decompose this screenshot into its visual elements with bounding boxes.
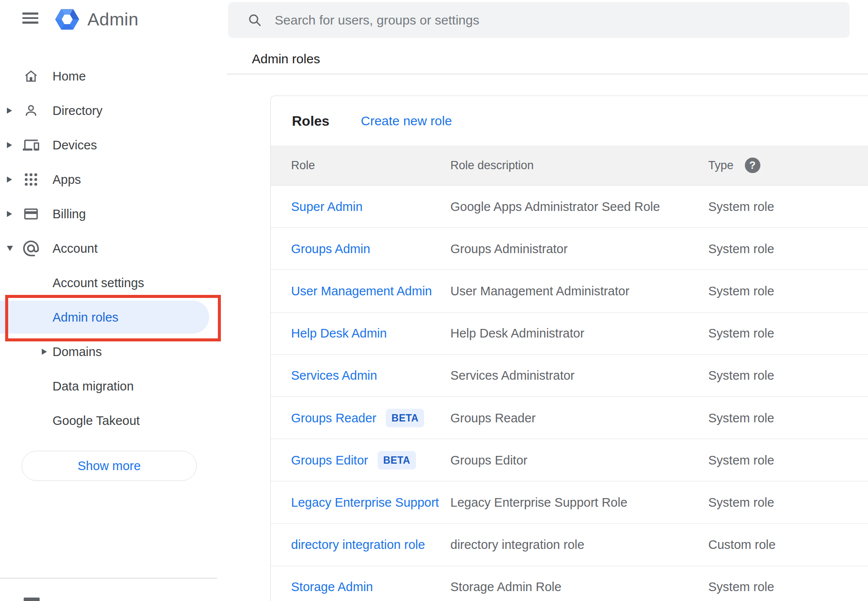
sidebar-item-account[interactable]: Account [0,231,227,266]
table-header: Role Role description Type ? [271,146,868,186]
sidebar-item-billing[interactable]: Billing [0,197,227,231]
credit-card-icon [22,204,40,223]
role-type: System role [708,284,774,298]
role-cell: Legacy Enterprise Support [291,495,439,509]
admin-hexagon-logo-icon [55,7,80,32]
search-input[interactable] [275,2,813,38]
hamburger-menu-icon[interactable] [22,12,39,24]
sidebar-item-home[interactable]: Home [0,59,227,93]
chevron-down-icon[interactable] [7,246,13,251]
sidebar-item-label: Data migration [53,379,134,393]
table-row: Groups EditorBETAGroups EditorSystem rol… [271,439,868,481]
role-description: Services Administrator [450,369,575,383]
column-header-type: Type [708,159,734,172]
role-description: Google Apps Administrator Seed Role [450,199,660,214]
role-cell: directory integration role [291,538,425,552]
role-description: Groups Administrator [450,242,567,256]
table-body: Super AdminGoogle Apps Administrator See… [271,186,868,601]
role-type: Custom role [708,538,775,552]
panel-title: Roles [292,113,329,129]
role-type: System role [708,242,774,256]
apps-grid-icon [22,170,40,189]
table-row: directory integration roledirectory inte… [271,524,868,566]
sidebar-nav: HomeDirectoryDevicesAppsBillingAccountAc… [0,59,227,438]
help-icon[interactable]: ? [745,158,760,173]
role-link[interactable]: User Management Admin [291,284,432,298]
partial-bottom-icon [24,598,40,601]
role-cell: Help Desk Admin [291,326,387,341]
role-cell: Services Admin [291,369,377,383]
role-link[interactable]: Legacy Enterprise Support [291,495,439,509]
sidebar-item-label: Devices [53,138,97,152]
role-link[interactable]: Groups Admin [291,242,370,256]
role-link[interactable]: Help Desk Admin [291,326,387,341]
chevron-right-icon[interactable] [7,142,12,148]
chevron-right-icon[interactable] [7,211,12,217]
column-header-type-group: Type ? [708,158,760,173]
role-type: System role [708,453,774,467]
role-description: Groups Reader [450,411,536,425]
admin-console-page: Admin HomeDirectoryDevicesAppsBillingAcc… [0,0,868,601]
brand-row: Admin [0,0,227,40]
role-type: System role [708,495,774,509]
sidebar-item-label: Home [53,69,86,84]
sidebar-item-label: Admin roles [53,310,118,325]
roles-panel-header: Roles Create new role [271,96,868,146]
sidebar-divider [0,578,217,579]
person-icon [22,101,40,120]
role-link[interactable]: Super Admin [291,199,363,214]
role-description: Groups Editor [450,453,527,467]
devices-icon [22,136,40,155]
chevron-right-icon[interactable] [7,108,12,114]
sidebar-item-data-migration[interactable]: Data migration [0,369,227,403]
table-row: Legacy Enterprise SupportLegacy Enterpri… [271,481,868,524]
role-link[interactable]: directory integration role [291,538,425,552]
column-header-description: Role description [450,159,534,172]
sidebar-item-label: Account [53,242,98,256]
role-link[interactable]: Groups Reader [291,411,376,425]
sidebar-item-label: Billing [53,207,86,221]
sidebar-item-admin-roles[interactable]: Admin roles [0,300,227,335]
table-row: Groups ReaderBETAGroups ReaderSystem rol… [271,397,868,439]
sidebar-item-label: Account settings [53,276,144,290]
role-link[interactable]: Services Admin [291,369,377,383]
home-icon [22,67,40,86]
sidebar-item-label: Directory [53,104,102,118]
role-description: Help Desk Administrator [450,326,584,341]
sidebar-item-label: Apps [53,173,81,187]
role-description: Legacy Enterprise Support Role [450,495,627,509]
sidebar-item-label: Google Takeout [53,414,140,428]
role-link[interactable]: Groups Editor [291,453,368,467]
role-cell: Super Admin [291,199,363,214]
sidebar-item-account-settings[interactable]: Account settings [0,266,227,300]
role-type: System role [708,199,774,214]
table-row: Services AdminServices AdministratorSyst… [271,355,868,397]
sidebar-item-google-takeout[interactable]: Google Takeout [0,403,227,438]
role-cell: Groups EditorBETA [291,451,416,469]
sidebar-item-directory[interactable]: Directory [0,93,227,128]
at-sign-icon [22,239,40,258]
chevron-right-icon[interactable] [7,177,12,183]
sidebar: Admin HomeDirectoryDevicesAppsBillingAcc… [0,0,227,601]
show-more-button[interactable]: Show more [22,451,197,481]
column-header-role: Role [291,159,315,172]
role-type: System role [708,580,774,594]
role-type: System role [708,411,774,425]
role-description: directory integration role [450,538,584,552]
role-cell: Storage Admin [291,580,373,594]
create-new-role-link[interactable]: Create new role [361,114,452,128]
table-row: User Management AdminUser Management Adm… [271,270,868,312]
header-divider [227,74,868,74]
sidebar-item-apps[interactable]: Apps [0,162,227,197]
role-description: Storage Admin Role [450,580,561,594]
sidebar-item-label: Domains [53,345,102,359]
role-type: System role [708,369,774,383]
search-bar[interactable] [228,2,849,38]
role-type: System role [708,326,774,341]
role-link[interactable]: Storage Admin [291,580,373,594]
sidebar-item-devices[interactable]: Devices [0,128,227,162]
table-row: Storage AdminStorage Admin RoleSystem ro… [271,566,868,601]
chevron-right-icon[interactable] [42,349,47,355]
beta-badge: BETA [386,409,424,427]
sidebar-item-domains[interactable]: Domains [0,335,227,369]
